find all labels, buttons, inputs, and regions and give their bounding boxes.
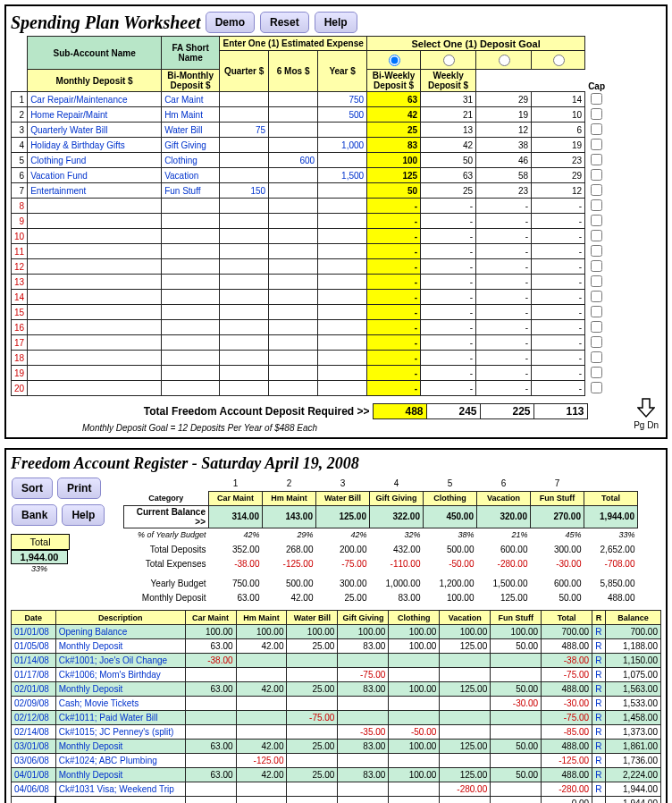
short-cell[interactable]: Clothing: [162, 153, 220, 168]
total-box-label: Total: [11, 534, 70, 550]
trans-desc[interactable]: Monthly Deposit: [55, 768, 185, 782]
print-button[interactable]: Print: [57, 478, 101, 499]
panel2-title: Freedom Account Register - Saturday Apri…: [11, 454, 661, 473]
summary-table: 1234567 CategoryCar MaintHm MaintWater B…: [123, 477, 638, 604]
reconcile-cell[interactable]: R: [592, 639, 606, 654]
subacct-cell[interactable]: Entertainment: [28, 183, 162, 199]
trans-desc[interactable]: Monthly Deposit: [55, 740, 185, 754]
desc-header: Description: [55, 611, 185, 625]
cap-checkbox[interactable]: [591, 367, 602, 378]
worksheet-table: Sub-Account NameFA Short NameEnter One (…: [11, 36, 608, 396]
reconcile-cell[interactable]: R: [592, 625, 606, 639]
radio-monthly[interactable]: [389, 55, 400, 66]
trans-date[interactable]: 02/14/08: [12, 725, 56, 740]
panel1-title: Spending Plan Worksheet: [11, 13, 201, 33]
cap-checkbox[interactable]: [591, 169, 602, 181]
trans-date[interactable]: 01/01/08: [12, 625, 56, 639]
total-monthly: 488: [373, 404, 426, 419]
demo-button[interactable]: Demo: [206, 12, 255, 33]
reset-button[interactable]: Reset: [260, 12, 309, 33]
deposit-note: Monthly Deposit Goal = 12 Deposits Per Y…: [82, 423, 661, 433]
trans-date[interactable]: 03/06/08: [12, 754, 56, 768]
trans-date[interactable]: 04/01/08: [12, 768, 56, 782]
trans-desc[interactable]: Opening Balance: [55, 625, 185, 639]
trans-date[interactable]: 04/06/08: [12, 782, 56, 797]
reconcile-cell[interactable]: R: [592, 682, 606, 697]
reconcile-cell[interactable]: R: [592, 768, 606, 782]
short-cell[interactable]: Water Bill: [162, 123, 220, 138]
trans-desc[interactable]: Ck#1031 Visa; Weekend Trip: [55, 782, 185, 797]
trans-date[interactable]: 02/01/08: [12, 682, 56, 697]
register-panel: Freedom Account Register - Saturday Apri…: [4, 448, 668, 803]
radio-bimonthly[interactable]: [443, 55, 455, 66]
subacct-cell[interactable]: Clothing Fund: [28, 153, 162, 168]
cap-checkbox[interactable]: [591, 321, 602, 333]
subacct-cell[interactable]: Vacation Fund: [28, 168, 162, 183]
trans-date[interactable]: 02/12/08: [12, 711, 56, 725]
trans-desc[interactable]: Ck#1006; Mom's Birthday: [55, 668, 185, 682]
reconcile-cell[interactable]: R: [592, 740, 606, 754]
reconcile-cell[interactable]: R: [592, 782, 606, 797]
pgdn-label: Pg Dn: [634, 420, 659, 430]
trans-desc[interactable]: Ck#1024; ABC Plumbing: [55, 754, 185, 768]
cap-checkbox[interactable]: [591, 184, 602, 196]
trans-desc[interactable]: Monthly Deposit: [55, 682, 185, 697]
reconcile-cell[interactable]: R: [592, 711, 606, 725]
total-box-pct: 33%: [11, 564, 68, 573]
trans-desc[interactable]: Cash; Movie Tickets: [55, 697, 185, 711]
cap-checkbox[interactable]: [591, 123, 602, 135]
trans-date[interactable]: 01/14/08: [12, 654, 56, 668]
trans-date[interactable]: 01/05/08: [12, 639, 56, 654]
reconcile-cell[interactable]: R: [592, 725, 606, 740]
cap-checkbox[interactable]: [591, 306, 602, 317]
reconcile-cell[interactable]: R: [592, 754, 606, 768]
cap-checkbox[interactable]: [591, 245, 602, 257]
trans-desc[interactable]: Ck#1001; Joe's Oil Change: [55, 654, 185, 668]
help2-button[interactable]: Help: [62, 504, 105, 526]
subacct-cell[interactable]: Holiday & Birthday Gifts: [28, 138, 162, 153]
cap-checkbox[interactable]: [591, 154, 602, 165]
sort-button[interactable]: Sort: [12, 478, 53, 499]
radio-weekly[interactable]: [553, 55, 565, 66]
reconcile-cell[interactable]: R: [592, 668, 606, 682]
total-box-value: 1,944.00: [11, 550, 68, 564]
cap-checkbox[interactable]: [591, 291, 602, 302]
short-cell[interactable]: Vacation: [162, 168, 220, 183]
trans-date[interactable]: 02/09/08: [12, 697, 56, 711]
category-label: Category: [124, 491, 209, 505]
radio-biweekly[interactable]: [499, 55, 510, 66]
short-cell[interactable]: Car Maint: [162, 92, 220, 107]
subacct-cell[interactable]: Home Repair/Maint: [28, 107, 162, 123]
cap-checkbox[interactable]: [591, 139, 602, 150]
reconcile-cell[interactable]: R: [592, 697, 606, 711]
cap-checkbox[interactable]: [591, 199, 602, 211]
trans-desc[interactable]: Monthly Deposit: [55, 639, 185, 654]
trans-desc[interactable]: Ck#1015; JC Penney's (split): [55, 725, 185, 740]
cap-checkbox[interactable]: [591, 382, 602, 393]
reconcile-cell[interactable]: R: [592, 654, 606, 668]
short-cell[interactable]: Gift Giving: [162, 138, 220, 153]
cap-checkbox[interactable]: [591, 108, 602, 120]
short-cell[interactable]: Fun Stuff: [162, 183, 220, 199]
cap-checkbox[interactable]: [591, 93, 602, 105]
short-cell[interactable]: Hm Maint: [162, 107, 220, 123]
trans-desc[interactable]: Ck#1011; Paid Water Bill: [55, 711, 185, 725]
help-button[interactable]: Help: [315, 12, 357, 33]
curbal-label: Current Balance >>: [124, 505, 209, 528]
bank-button[interactable]: Bank: [12, 504, 57, 526]
cap-checkbox[interactable]: [591, 336, 602, 348]
cap-checkbox[interactable]: [591, 275, 602, 287]
cap-checkbox[interactable]: [591, 215, 602, 226]
total-weekly: 113: [533, 404, 587, 419]
cap-checkbox[interactable]: [591, 351, 602, 363]
trans-date[interactable]: 01/17/08: [12, 668, 56, 682]
pgdn-control[interactable]: Pg Dn: [634, 397, 659, 430]
td-label: Total Deposits: [124, 542, 209, 556]
subacct-cell[interactable]: Car Repair/Maintenance: [28, 92, 162, 107]
trans-date[interactable]: 03/01/08: [12, 740, 56, 754]
subacct-cell[interactable]: Quarterly Water Bill: [28, 123, 162, 138]
transactions-table: Date Description Car MaintHm MaintWater …: [11, 610, 661, 803]
spending-plan-panel: Spending Plan Worksheet Demo Reset Help …: [4, 4, 668, 439]
cap-checkbox[interactable]: [591, 260, 602, 272]
cap-checkbox[interactable]: [591, 230, 602, 241]
